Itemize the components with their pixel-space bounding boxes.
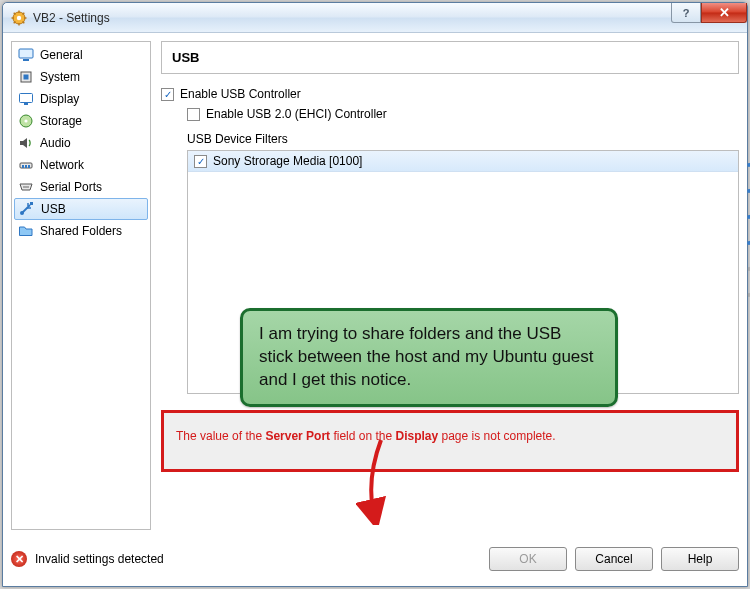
sidebar-item-label: USB [41,202,66,216]
enable-usb-checkbox[interactable] [161,88,174,101]
sidebar-item-label: Network [40,158,84,172]
enable-ehci-row[interactable]: Enable USB 2.0 (EHCI) Controller [187,107,739,121]
svg-point-22 [23,186,25,188]
svg-rect-19 [22,165,24,168]
sidebar-item-serial-ports[interactable]: Serial Ports [12,176,150,198]
svg-rect-11 [23,59,29,61]
enable-ehci-checkbox[interactable] [187,108,200,121]
svg-point-24 [27,186,29,188]
page-heading: USB [161,41,739,74]
remove-filter-icon[interactable] [744,230,750,248]
display-icon [18,91,34,107]
enable-usb-label: Enable USB Controller [180,87,301,101]
add-from-device-filter-icon[interactable] [744,178,750,196]
sidebar-item-shared-folders[interactable]: Shared Folders [12,220,150,242]
speaker-icon [18,135,34,151]
sidebar-item-label: General [40,48,83,62]
status-text: Invalid settings detected [35,552,164,566]
svg-point-23 [25,186,27,188]
svg-rect-10 [19,49,33,58]
svg-rect-14 [20,94,33,103]
sidebar-item-label: Shared Folders [40,224,122,238]
chip-icon [18,69,34,85]
error-status-icon: ✕ [11,551,27,567]
titlebar[interactable]: VB2 - Settings ? ✕ [3,3,747,33]
svg-rect-15 [24,103,28,105]
sidebar-item-display[interactable]: Display [12,88,150,110]
annotation-arrow-icon [356,435,396,525]
sidebar-item-usb[interactable]: USB [14,198,148,220]
window-title: VB2 - Settings [33,11,671,25]
sidebar-item-storage[interactable]: Storage [12,110,150,132]
move-filter-up-icon [744,256,750,274]
svg-rect-13 [24,75,29,80]
help-button[interactable]: Help [661,547,739,571]
app-gear-icon [11,10,27,26]
usb-icon [19,201,35,217]
move-filter-down-icon [744,282,750,300]
usb-filters-list[interactable]: Sony Strorage Media [0100] I am trying t… [187,150,739,394]
sidebar-item-network[interactable]: Network [12,154,150,176]
ok-button[interactable]: OK [489,547,567,571]
serial-icon [18,179,34,195]
sidebar-item-label: Serial Ports [40,180,102,194]
sidebar-item-label: Display [40,92,79,106]
enable-usb-row[interactable]: Enable USB Controller [161,87,739,101]
filters-group-label: USB Device Filters [187,132,739,146]
sidebar-item-audio[interactable]: Audio [12,132,150,154]
settings-window: VB2 - Settings ? ✕ General System Displa… [2,2,748,587]
add-empty-filter-icon[interactable] [744,152,750,170]
category-sidebar: General System Display Storage Audio [11,41,151,530]
network-icon [18,157,34,173]
sidebar-item-general[interactable]: General [12,44,150,66]
usb-filter-checkbox[interactable] [194,155,207,168]
annotation-callout: I am trying to share folders and the USB… [240,308,618,407]
dialog-footer: ✕ Invalid settings detected OK Cancel He… [11,530,739,578]
main-panel: USB Enable USB Controller Enable USB 2.0… [161,41,739,530]
disk-icon [18,113,34,129]
annotation-text: I am trying to share folders and the USB… [259,324,594,389]
svg-point-1 [17,15,21,19]
usb-filter-item[interactable]: Sony Strorage Media [0100] [188,151,738,172]
usb-filter-toolbar [744,150,750,300]
svg-rect-26 [30,202,33,205]
svg-rect-21 [28,165,30,168]
monitor-icon [18,47,34,63]
help-window-button[interactable]: ? [671,3,701,23]
window-buttons: ? ✕ [671,3,747,25]
sidebar-item-label: Audio [40,136,71,150]
close-window-button[interactable]: ✕ [701,3,747,23]
sidebar-item-label: Storage [40,114,82,128]
cancel-button[interactable]: Cancel [575,547,653,571]
enable-ehci-label: Enable USB 2.0 (EHCI) Controller [206,107,387,121]
client-area: General System Display Storage Audio [11,41,739,578]
edit-filter-icon[interactable] [744,204,750,222]
svg-rect-20 [25,165,27,168]
sidebar-item-label: System [40,70,80,84]
sidebar-item-system[interactable]: System [12,66,150,88]
usb-filter-label: Sony Strorage Media [0100] [213,154,362,168]
folder-icon [18,223,34,239]
validation-error-box: The value of the Server Port field on th… [161,410,739,472]
svg-point-17 [24,119,27,122]
